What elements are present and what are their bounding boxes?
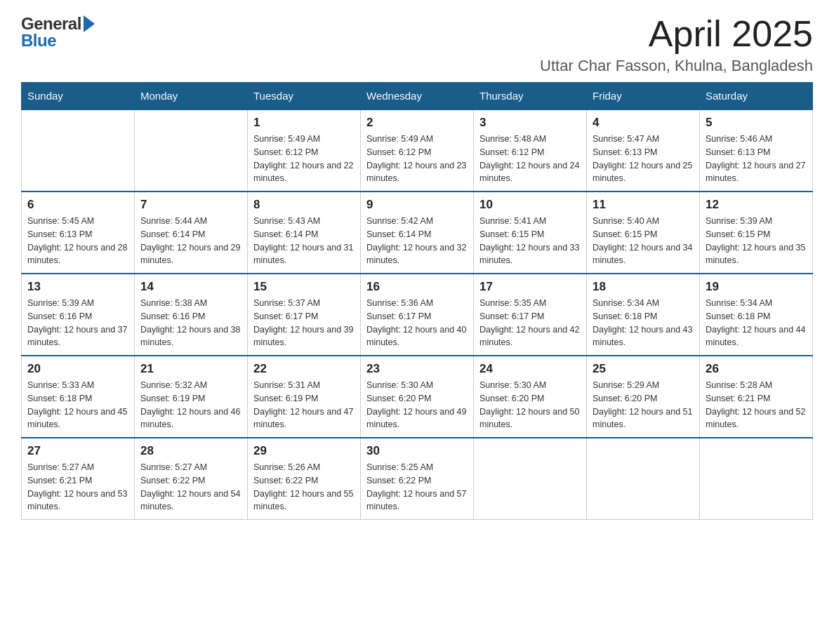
- calendar-week-row: 1Sunrise: 5:49 AMSunset: 6:12 PMDaylight…: [22, 109, 813, 192]
- day-number: 5: [706, 116, 807, 130]
- day-info: Sunrise: 5:25 AMSunset: 6:22 PMDaylight:…: [366, 461, 468, 514]
- calendar-day-cell: 10Sunrise: 5:41 AMSunset: 6:15 PMDayligh…: [474, 192, 587, 274]
- calendar-day-cell: [135, 109, 248, 192]
- calendar-day-cell: 20Sunrise: 5:33 AMSunset: 6:18 PMDayligh…: [22, 356, 135, 438]
- day-number: 6: [27, 198, 128, 212]
- day-number: 1: [253, 116, 355, 130]
- day-number: 10: [479, 198, 581, 212]
- day-number: 29: [253, 444, 355, 458]
- day-info: Sunrise: 5:44 AMSunset: 6:14 PMDaylight:…: [140, 215, 241, 267]
- calendar-day-cell: 13Sunrise: 5:39 AMSunset: 6:16 PMDayligh…: [22, 274, 135, 356]
- day-number: 23: [366, 362, 468, 376]
- calendar-day-cell: 29Sunrise: 5:26 AMSunset: 6:22 PMDayligh…: [248, 438, 361, 520]
- day-number: 27: [27, 444, 128, 458]
- day-info: Sunrise: 5:34 AMSunset: 6:18 PMDaylight:…: [706, 297, 807, 349]
- day-number: 12: [706, 198, 807, 212]
- day-number: 15: [253, 280, 355, 294]
- day-info: Sunrise: 5:39 AMSunset: 6:15 PMDaylight:…: [706, 215, 807, 267]
- logo-triangle-icon: [84, 15, 95, 32]
- day-info: Sunrise: 5:34 AMSunset: 6:18 PMDaylight:…: [593, 297, 694, 349]
- day-info: Sunrise: 5:33 AMSunset: 6:18 PMDaylight:…: [27, 379, 128, 431]
- day-info: Sunrise: 5:38 AMSunset: 6:16 PMDaylight:…: [140, 297, 241, 349]
- day-info: Sunrise: 5:28 AMSunset: 6:21 PMDaylight:…: [706, 379, 807, 431]
- calendar-day-cell: 8Sunrise: 5:43 AMSunset: 6:14 PMDaylight…: [248, 192, 361, 274]
- day-number: 21: [140, 362, 241, 376]
- calendar-body: 1Sunrise: 5:49 AMSunset: 6:12 PMDaylight…: [22, 109, 813, 520]
- day-info: Sunrise: 5:49 AMSunset: 6:12 PMDaylight:…: [253, 133, 355, 185]
- calendar-day-cell: 23Sunrise: 5:30 AMSunset: 6:20 PMDayligh…: [361, 356, 474, 438]
- month-title: April 2025: [540, 14, 813, 54]
- day-number: 11: [593, 198, 694, 212]
- day-number: 18: [593, 280, 694, 294]
- calendar-day-cell: 26Sunrise: 5:28 AMSunset: 6:21 PMDayligh…: [700, 356, 813, 438]
- day-number: 25: [593, 362, 694, 376]
- day-info: Sunrise: 5:41 AMSunset: 6:15 PMDaylight:…: [479, 215, 581, 267]
- logo-blue-text: Blue: [21, 31, 56, 51]
- calendar-header-cell: Monday: [135, 83, 248, 110]
- day-number: 22: [253, 362, 355, 376]
- day-number: 17: [479, 280, 581, 294]
- calendar-header-cell: Wednesday: [361, 83, 474, 110]
- day-info: Sunrise: 5:26 AMSunset: 6:22 PMDaylight:…: [253, 461, 355, 514]
- calendar-header-cell: Sunday: [22, 83, 135, 110]
- calendar-day-cell: 4Sunrise: 5:47 AMSunset: 6:13 PMDaylight…: [587, 109, 700, 192]
- calendar-day-cell: 15Sunrise: 5:37 AMSunset: 6:17 PMDayligh…: [248, 274, 361, 356]
- day-number: 4: [593, 116, 694, 130]
- day-info: Sunrise: 5:36 AMSunset: 6:17 PMDaylight:…: [366, 297, 468, 349]
- calendar-day-cell: 2Sunrise: 5:49 AMSunset: 6:12 PMDaylight…: [361, 109, 474, 192]
- calendar-day-cell: 24Sunrise: 5:30 AMSunset: 6:20 PMDayligh…: [474, 356, 587, 438]
- calendar-header-cell: Saturday: [700, 83, 813, 110]
- day-number: 26: [706, 362, 807, 376]
- day-info: Sunrise: 5:27 AMSunset: 6:22 PMDaylight:…: [140, 461, 241, 514]
- calendar-day-cell: [587, 438, 700, 520]
- calendar-header-cell: Friday: [587, 83, 700, 110]
- day-info: Sunrise: 5:45 AMSunset: 6:13 PMDaylight:…: [27, 215, 128, 267]
- title-section: April 2025 Uttar Char Fasson, Khulna, Ba…: [540, 14, 813, 75]
- calendar-day-cell: 19Sunrise: 5:34 AMSunset: 6:18 PMDayligh…: [700, 274, 813, 356]
- calendar-day-cell: [700, 438, 813, 520]
- location-title: Uttar Char Fasson, Khulna, Bangladesh: [540, 57, 813, 75]
- calendar-day-cell: 11Sunrise: 5:40 AMSunset: 6:15 PMDayligh…: [587, 192, 700, 274]
- day-info: Sunrise: 5:42 AMSunset: 6:14 PMDaylight:…: [366, 215, 468, 267]
- day-number: 13: [27, 280, 128, 294]
- calendar-day-cell: 16Sunrise: 5:36 AMSunset: 6:17 PMDayligh…: [361, 274, 474, 356]
- calendar-day-cell: [22, 109, 135, 192]
- calendar-day-cell: 3Sunrise: 5:48 AMSunset: 6:12 PMDaylight…: [474, 109, 587, 192]
- day-info: Sunrise: 5:47 AMSunset: 6:13 PMDaylight:…: [593, 133, 694, 185]
- calendar-day-cell: 14Sunrise: 5:38 AMSunset: 6:16 PMDayligh…: [135, 274, 248, 356]
- day-number: 7: [140, 198, 241, 212]
- calendar-day-cell: [474, 438, 587, 520]
- calendar-day-cell: 28Sunrise: 5:27 AMSunset: 6:22 PMDayligh…: [135, 438, 248, 520]
- calendar-day-cell: 1Sunrise: 5:49 AMSunset: 6:12 PMDaylight…: [248, 109, 361, 192]
- calendar-week-row: 20Sunrise: 5:33 AMSunset: 6:18 PMDayligh…: [22, 356, 813, 438]
- calendar-day-cell: 18Sunrise: 5:34 AMSunset: 6:18 PMDayligh…: [587, 274, 700, 356]
- calendar-header-cell: Tuesday: [248, 83, 361, 110]
- calendar-day-cell: 9Sunrise: 5:42 AMSunset: 6:14 PMDaylight…: [361, 192, 474, 274]
- calendar-week-row: 27Sunrise: 5:27 AMSunset: 6:21 PMDayligh…: [22, 438, 813, 520]
- day-info: Sunrise: 5:49 AMSunset: 6:12 PMDaylight:…: [366, 133, 468, 185]
- day-number: 28: [140, 444, 241, 458]
- calendar-day-cell: 30Sunrise: 5:25 AMSunset: 6:22 PMDayligh…: [361, 438, 474, 520]
- calendar-day-cell: 21Sunrise: 5:32 AMSunset: 6:19 PMDayligh…: [135, 356, 248, 438]
- calendar-week-row: 13Sunrise: 5:39 AMSunset: 6:16 PMDayligh…: [22, 274, 813, 356]
- calendar-header-cell: Thursday: [474, 83, 587, 110]
- day-number: 14: [140, 280, 241, 294]
- calendar-day-cell: 5Sunrise: 5:46 AMSunset: 6:13 PMDaylight…: [700, 109, 813, 192]
- page-header: General Blue April 2025 Uttar Char Fasso…: [21, 14, 813, 75]
- calendar-day-cell: 7Sunrise: 5:44 AMSunset: 6:14 PMDaylight…: [135, 192, 248, 274]
- day-info: Sunrise: 5:32 AMSunset: 6:19 PMDaylight:…: [140, 379, 241, 431]
- calendar-day-cell: 27Sunrise: 5:27 AMSunset: 6:21 PMDayligh…: [22, 438, 135, 520]
- calendar-day-cell: 12Sunrise: 5:39 AMSunset: 6:15 PMDayligh…: [700, 192, 813, 274]
- day-number: 9: [366, 198, 468, 212]
- calendar-day-cell: 25Sunrise: 5:29 AMSunset: 6:20 PMDayligh…: [587, 356, 700, 438]
- day-info: Sunrise: 5:46 AMSunset: 6:13 PMDaylight:…: [706, 133, 807, 185]
- day-info: Sunrise: 5:31 AMSunset: 6:19 PMDaylight:…: [253, 379, 355, 431]
- day-info: Sunrise: 5:40 AMSunset: 6:15 PMDaylight:…: [593, 215, 694, 267]
- day-number: 2: [366, 116, 468, 130]
- day-info: Sunrise: 5:43 AMSunset: 6:14 PMDaylight:…: [253, 215, 355, 267]
- day-info: Sunrise: 5:27 AMSunset: 6:21 PMDaylight:…: [27, 461, 128, 514]
- day-number: 24: [479, 362, 581, 376]
- day-number: 16: [366, 280, 468, 294]
- day-number: 3: [479, 116, 581, 130]
- day-info: Sunrise: 5:35 AMSunset: 6:17 PMDaylight:…: [479, 297, 581, 349]
